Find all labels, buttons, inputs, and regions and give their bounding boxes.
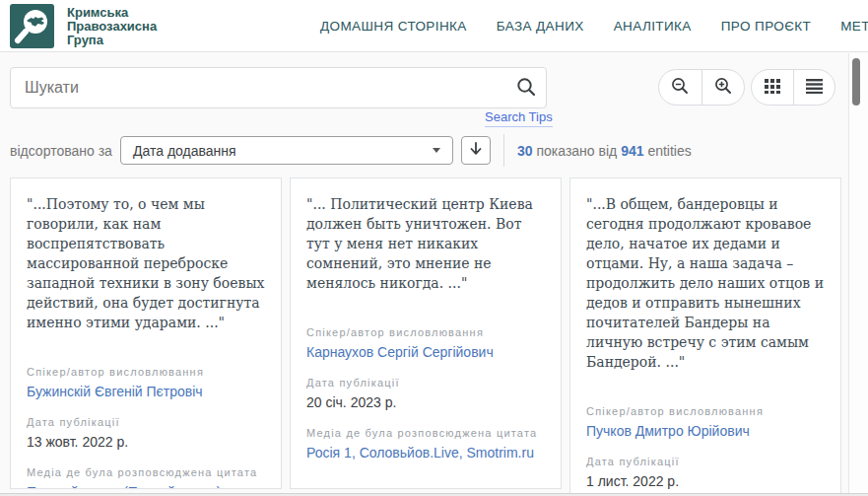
- count-suffix-text: entities: [647, 143, 691, 159]
- date-label: Дата публікації: [586, 456, 825, 468]
- page: Кримська Правозахисна Група ДОМАШНЯ СТОР…: [0, 0, 868, 496]
- zoom-in-button[interactable]: [701, 70, 745, 105]
- date-value: 13 жовт. 2022 р.: [27, 433, 265, 452]
- speaker-label: Спікер/автор висловлювання: [586, 405, 825, 418]
- arrow-down-icon: [468, 141, 484, 160]
- brand-line-1: Кримська: [67, 6, 157, 20]
- media-label: Медіа де була розповсюджена цитата: [27, 466, 265, 479]
- quote-card: "... Политический центр Киева должен быт…: [290, 177, 562, 489]
- quote-card: "...Поэтому то, о чем мы говорили, как н…: [10, 177, 282, 489]
- date-value: 1 лист. 2022 р.: [586, 472, 825, 491]
- nav-item-analytics[interactable]: АНАЛІТИКА: [614, 19, 692, 34]
- vertical-scrollbar[interactable]: [848, 53, 868, 496]
- date-label: Дата публікації: [27, 416, 265, 429]
- list-view-icon: [806, 78, 823, 97]
- speaker-link[interactable]: Пучков Дмитро Юрійович: [586, 422, 750, 441]
- search-input[interactable]: [11, 79, 506, 97]
- logo[interactable]: [10, 4, 54, 48]
- brand-line-2: Правозахисна: [67, 20, 157, 34]
- nav-item-home[interactable]: ДОМАШНЯ СТОРІНКА: [320, 19, 467, 34]
- date-label: Дата публікації: [306, 377, 545, 390]
- search-box: [10, 67, 547, 108]
- quote-text: "...В общем, бандеровцы и сегодня продол…: [586, 194, 825, 372]
- date-value: 20 січ. 2023 р.: [306, 393, 545, 412]
- brand-line-3: Група: [67, 34, 157, 47]
- zoom-button-group: [658, 69, 745, 106]
- list-view-button[interactable]: [793, 70, 835, 105]
- search-tips-link[interactable]: Search Tips: [485, 109, 553, 127]
- speaker-link[interactable]: Карнаухов Сергій Сергійович: [306, 343, 494, 362]
- total-count: 941: [621, 143, 643, 159]
- zoom-in-icon: [713, 76, 733, 99]
- nav-item-methodology[interactable]: МЕТОДОЛОГІЯ: [840, 19, 868, 34]
- quote-text: "... Политический центр Киева должен быт…: [306, 194, 545, 293]
- crimea-magnifier-icon: [10, 35, 54, 51]
- search-icon: [515, 76, 537, 101]
- search-button[interactable]: [506, 68, 546, 107]
- grid-view-icon: [765, 78, 780, 97]
- grid-view-button[interactable]: [752, 70, 793, 105]
- results-grid: "...Поэтому то, о чем мы говорили, как н…: [10, 177, 841, 496]
- zoom-out-icon: [670, 76, 690, 99]
- view-button-group: [751, 69, 835, 106]
- quote-card: "...В общем, бандеровцы и сегодня продол…: [569, 177, 841, 496]
- zoom-out-button[interactable]: [659, 70, 701, 105]
- count-middle-text: показано від: [536, 143, 617, 159]
- quote-text: "...Поэтому то, о чем мы говорили, как н…: [27, 194, 265, 332]
- header: Кримська Правозахисна Група ДОМАШНЯ СТОР…: [0, 0, 868, 52]
- sort-label: відсортовано за: [10, 143, 112, 159]
- media-label: Медіа де була розповсюджена цитата: [306, 427, 545, 440]
- media-link[interactable]: Росія 1, Соловьйов.Live, Smotrim.ru: [306, 444, 534, 462]
- speaker-link[interactable]: Бужинскій Євгеній Пєтровіч: [27, 383, 203, 401]
- brand-name: Кримська Правозахисна Група: [67, 6, 157, 47]
- nav-item-about[interactable]: ПРО ПРОЄКТ: [721, 19, 811, 34]
- sort-select-value: Дата додавання: [133, 143, 433, 159]
- scrollbar-thumb[interactable]: [852, 58, 860, 106]
- speaker-label: Спікер/автор висловлювання: [27, 366, 265, 379]
- toolbar-divider: [503, 134, 504, 167]
- sort-select[interactable]: Дата додавання: [120, 136, 453, 165]
- nav-item-database[interactable]: БАЗА ДАНИХ: [497, 19, 584, 34]
- chevron-down-icon: [433, 148, 440, 153]
- media-link[interactable]: Перший канал (Пєрвий канал), Smotrim.ru: [27, 483, 265, 489]
- speaker-label: Спікер/автор висловлювання: [306, 326, 545, 339]
- shown-count: 30: [517, 143, 533, 159]
- results-count: 30 показано від 941 entities: [517, 143, 692, 159]
- main-nav: ДОМАШНЯ СТОРІНКА БАЗА ДАНИХ АНАЛІТИКА ПР…: [320, 0, 868, 52]
- sort-direction-button[interactable]: [461, 136, 491, 165]
